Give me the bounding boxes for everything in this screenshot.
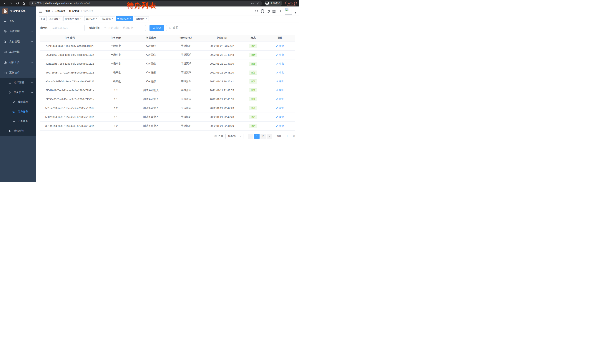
breadcrumb-item[interactable]: 首页: [45, 9, 50, 13]
sidebar-item-4[interactable]: 研发工具: [0, 57, 36, 68]
breadcrumb-item[interactable]: 任务管理: [69, 9, 79, 13]
tab-1[interactable]: 发起流程×: [48, 16, 62, 21]
page-size-select[interactable]: 10条/页: [225, 134, 243, 139]
cell-name: 1.2: [100, 86, 132, 95]
cell-created: 2022-01-22 23:53:32: [202, 41, 242, 50]
tab-close-icon[interactable]: ×: [145, 17, 147, 20]
sidebar-item-8[interactable]: 我的流程: [0, 97, 36, 107]
browser-home-button[interactable]: [21, 1, 26, 6]
tab-label: 待办任务: [120, 17, 129, 20]
column-header: 创建时间: [202, 35, 242, 41]
edit-icon: [276, 45, 278, 47]
sidebar-item-label: 首页: [9, 19, 15, 23]
sidebar-item-10[interactable]: 已办任务: [0, 116, 36, 126]
tab-label: 流程详情: [136, 17, 144, 20]
help-icon[interactable]: [266, 9, 270, 13]
sidebar-item-7[interactable]: 任务管理: [0, 88, 36, 97]
reset-button[interactable]: 重置: [166, 25, 181, 31]
sidebar-item-0[interactable]: 首页: [0, 16, 36, 26]
tab-2[interactable]: 流程表单-编辑×: [63, 16, 83, 21]
approve-link[interactable]: 审批: [276, 53, 284, 57]
breadcrumb-item[interactable]: 工作流程: [55, 9, 65, 13]
search-button[interactable]: 搜索: [150, 25, 164, 31]
sidebar-item-1[interactable]: 系统管理: [0, 26, 36, 36]
tab-3[interactable]: 已办任务×: [84, 16, 99, 21]
sidebar-item-9[interactable]: 待办任务: [0, 107, 36, 116]
cell-id: 58154733-7ac8-11ec-a9e2-a2380e71991a: [40, 104, 100, 113]
approve-link[interactable]: 审批: [276, 115, 284, 119]
sidebar-logo-row[interactable]: 芋道管理系统: [0, 7, 36, 16]
sidebar-item-3[interactable]: 基础设施: [0, 47, 36, 57]
tab-4[interactable]: 我的流程×: [100, 16, 115, 21]
approve-link[interactable]: 审批: [276, 44, 284, 48]
tab-close-icon[interactable]: ×: [96, 17, 98, 20]
todo-task-page: 流程名 创建时间 开始日期 - 结束日期 搜索 重置: [36, 22, 299, 182]
browser-back-button[interactable]: [2, 1, 8, 6]
approve-link[interactable]: 审批: [276, 124, 284, 128]
browser-reload-button[interactable]: [15, 1, 20, 6]
sidebar-item-6[interactable]: 流程管理: [0, 78, 36, 88]
status-badge: 激活: [249, 115, 257, 119]
approve-link[interactable]: 审批: [276, 89, 284, 92]
approve-label: 审批: [279, 124, 284, 128]
sidebar-item-2[interactable]: 支付管理: [0, 36, 36, 47]
cell-id: 75d72608-7b7f-11ec-a3c8-acde48001122: [40, 68, 100, 77]
key-icon[interactable]: [251, 2, 254, 5]
column-header: 任务编号: [40, 35, 100, 41]
breadcrumb-separator: /: [81, 10, 82, 13]
tab-close-icon[interactable]: ×: [59, 17, 61, 20]
goto-page-input[interactable]: [283, 134, 291, 139]
address-bar[interactable]: 不安全 dashboard.yudao.iocoder.cn/bpm/task/…: [29, 1, 262, 6]
cell-starter: 芋道源码: [170, 41, 202, 50]
tab-5[interactable]: 待办任务×: [116, 16, 133, 21]
table-row: 381aa1dd-7ac8-11ec-a9e2-a2380e71991a1.2测…: [40, 121, 295, 130]
approve-link[interactable]: 审批: [276, 62, 284, 65]
cell-starter: 芋道源码: [170, 68, 202, 77]
header-search-icon[interactable]: [255, 9, 259, 13]
browser-menu-icon[interactable]: [294, 2, 295, 5]
cell-created: 2022-01-22 21:48:48: [202, 50, 242, 59]
sidebar-item-5[interactable]: 工作流程: [0, 68, 36, 78]
fullscreen-icon[interactable]: [272, 9, 276, 13]
prev-page-button[interactable]: [248, 134, 253, 139]
page-button-1[interactable]: 1: [254, 134, 259, 139]
approve-link[interactable]: 审批: [276, 71, 284, 74]
process-name-input[interactable]: [50, 25, 85, 31]
sidebar-toggle-button[interactable]: [39, 9, 43, 13]
sidebar: 芋道管理系统 首页系统管理支付管理基础设施研发工具工作流程 流程管理任务管理我的…: [0, 7, 36, 182]
approve-link[interactable]: 审批: [276, 80, 284, 83]
update-label: 更新: [288, 2, 293, 5]
approve-link[interactable]: 审批: [276, 97, 284, 101]
tab-close-icon[interactable]: ×: [80, 17, 82, 20]
date-range-picker[interactable]: 开始日期 - 结束日期: [102, 25, 146, 31]
cell-action: 审批: [265, 113, 295, 121]
tab-6[interactable]: 流程详情×: [134, 16, 149, 21]
tab-0[interactable]: 首页: [39, 16, 47, 21]
cell-status: 激活: [241, 113, 265, 121]
cell-id: 069c6a63-7b8a-11ec-8ef0-acde48001122: [40, 50, 100, 59]
avatar-caret-icon[interactable]: [295, 12, 296, 14]
cell-id: 73211d9d-7b9b-11ec-b5b7-acde48001122: [40, 41, 100, 50]
tab-close-icon[interactable]: ×: [130, 17, 131, 20]
status-badge: 激活: [249, 71, 257, 75]
page-button-2[interactable]: 2: [260, 134, 266, 139]
cell-status: 激活: [241, 59, 265, 68]
approve-link[interactable]: 审批: [276, 106, 284, 110]
sidebar-item-11[interactable]: 请假查询: [0, 126, 36, 136]
chevron-down-icon: [240, 136, 242, 137]
incognito-label: 无痕模式: [270, 2, 280, 5]
avatar[interactable]: [285, 8, 292, 15]
github-icon[interactable]: [261, 9, 264, 13]
tab-close-icon[interactable]: ×: [112, 17, 113, 20]
cell-created: 2022-01-22 21:37:30: [202, 59, 242, 68]
bookmark-star-icon[interactable]: [257, 2, 260, 5]
tab-label: 我的流程: [102, 17, 111, 20]
cell-starter: 芋道源码: [170, 95, 202, 104]
cell-starter: 芋道源码: [170, 86, 202, 95]
status-badge: 激活: [249, 53, 257, 57]
browser-update-button[interactable]: 更新: [285, 1, 297, 6]
browser-forward-button[interactable]: [8, 1, 14, 6]
next-page-button[interactable]: [266, 134, 272, 139]
edit-icon: [276, 107, 278, 109]
font-size-icon[interactable]: [278, 9, 282, 13]
